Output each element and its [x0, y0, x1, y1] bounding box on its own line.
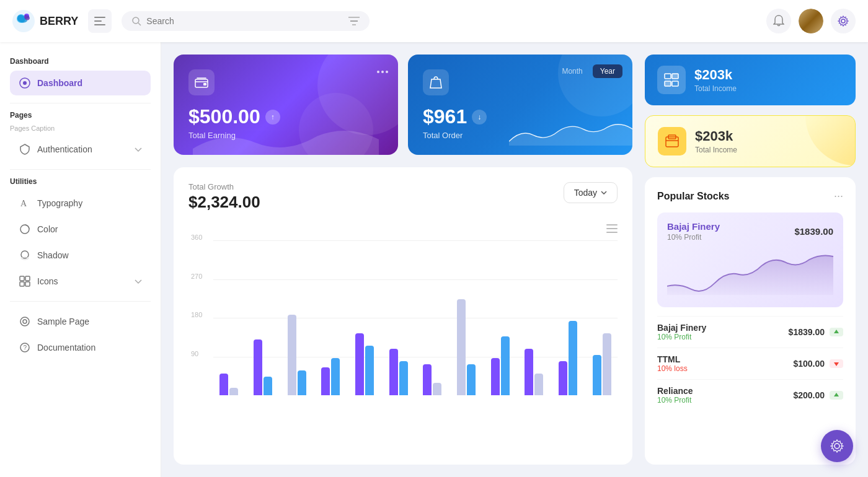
- svg-point-28: [377, 71, 379, 73]
- sidebar-divider-1: [10, 103, 151, 103]
- sidebar-item-dashboard[interactable]: Dashboard: [10, 71, 151, 95]
- icons-nav-icon: [19, 275, 31, 287]
- chevron-down-icon: [135, 144, 142, 154]
- bar-chart: 360 270 180 90: [188, 240, 618, 414]
- stocks-more-icon[interactable]: ···: [834, 190, 843, 203]
- bar-purple-4: [321, 367, 330, 395]
- menu-button[interactable]: [88, 9, 112, 33]
- income-yellow-amount: $203k: [695, 128, 737, 144]
- chart-title: Total Growth: [188, 182, 260, 191]
- sidebar: Dashboard Dashboard Pages Pages Caption …: [0, 42, 161, 477]
- hamburger-icon: [94, 17, 105, 25]
- today-filter-button[interactable]: Today: [564, 182, 618, 203]
- ttml-profit: 10% loss: [657, 364, 688, 373]
- sidebar-item-sample-page[interactable]: Sample Page: [10, 309, 151, 334]
- search-bar: [122, 11, 370, 31]
- svg-rect-34: [665, 74, 671, 79]
- table-grid-icon: [664, 73, 679, 87]
- main-center: $500.00 ↑ Total Earning: [174, 55, 632, 465]
- sidebar-item-authentication[interactable]: Authentication: [10, 137, 151, 162]
- bar-group-6: [389, 349, 408, 395]
- income-blue-label: Total Income: [694, 84, 737, 93]
- bar-blue-6: [399, 361, 408, 395]
- svg-rect-36: [665, 81, 671, 86]
- header-right: [766, 9, 856, 33]
- filter-icon: [348, 17, 360, 25]
- stock-row-bajaj: Bajaj Finery 10% Profit $1839.00: [657, 316, 843, 348]
- svg-rect-35: [672, 74, 678, 79]
- svg-text:A: A: [20, 199, 27, 208]
- svg-rect-33: [606, 232, 618, 233]
- sidebar-item-icons-label: Icons: [37, 276, 58, 286]
- svg-point-6: [133, 17, 139, 24]
- grid-label-180: 180: [191, 311, 202, 318]
- avatar[interactable]: [799, 9, 823, 33]
- bar-purple-5: [355, 333, 364, 395]
- reliance-info: Reliance 10% Profit: [657, 386, 693, 405]
- sidebar-item-icons[interactable]: Icons: [10, 269, 151, 294]
- bar-purple-6: [389, 349, 398, 395]
- svg-text:?: ?: [24, 344, 27, 351]
- chart-amount: $2,324.00: [188, 193, 260, 212]
- dropdown-arrow-icon: [601, 191, 607, 195]
- featured-stock-info: Bajaj Finery 10% Profit: [667, 221, 720, 242]
- sidebar-item-color[interactable]: Color: [10, 217, 151, 242]
- settings-button[interactable]: [831, 9, 856, 33]
- month-toggle[interactable]: Month: [554, 64, 590, 78]
- bar-purple-7: [423, 364, 432, 395]
- earning-trend-icon: ↑: [265, 110, 280, 125]
- chart-header: Total Growth $2,324.00 Today: [188, 182, 618, 212]
- search-input[interactable]: [146, 16, 343, 26]
- featured-stock-chart: [667, 247, 833, 299]
- bar-blue-11: [569, 321, 577, 395]
- bar-group-2: [254, 339, 272, 395]
- sidebar-item-typography[interactable]: A Typography: [10, 191, 151, 216]
- bar-purple-9: [491, 358, 500, 395]
- featured-stock-price: $1839.00: [794, 226, 833, 237]
- fab-settings-button[interactable]: [821, 430, 853, 462]
- bar-blue-2: [264, 377, 272, 395]
- authentication-icon: [19, 143, 31, 155]
- app-body: Dashboard Dashboard Pages Pages Caption …: [0, 42, 868, 477]
- icons-chevron-icon: [135, 276, 142, 286]
- income-yellow-info: $203k Total Income: [695, 128, 737, 154]
- bar-light-8: [457, 299, 466, 395]
- svg-rect-18: [20, 276, 24, 281]
- gear-icon: [838, 15, 849, 27]
- income-yellow-card: $203k Total Income: [645, 115, 856, 167]
- svg-point-13: [23, 81, 27, 85]
- svg-point-29: [381, 71, 384, 73]
- chart-menu-icon[interactable]: [606, 224, 618, 233]
- svg-point-22: [20, 317, 29, 326]
- sample-page-icon: [19, 315, 31, 328]
- featured-stock-profit: 10% Profit: [667, 233, 720, 242]
- sidebar-section-utilities: Utilities: [10, 177, 151, 186]
- sidebar-item-documentation[interactable]: ? Documentation: [10, 335, 151, 360]
- featured-stock-header: Bajaj Finery 10% Profit $1839.00: [667, 221, 833, 242]
- bar-blue-5: [365, 346, 374, 395]
- sidebar-item-dashboard-label: Dashboard: [37, 78, 82, 88]
- svg-point-23: [23, 320, 27, 323]
- stock-row-reliance: Reliance 10% Profit $200.00: [657, 379, 843, 411]
- chart-card: Total Growth $2,324.00 Today: [174, 167, 632, 465]
- bar-blue-8: [467, 364, 476, 395]
- sidebar-item-sample-page-label: Sample Page: [37, 317, 89, 326]
- bajaj-name: Bajaj Finery: [657, 323, 706, 333]
- ttml-info: TTML 10% loss: [657, 354, 688, 373]
- grid-label-360: 360: [191, 234, 202, 241]
- stocks-title: Popular Stocks: [657, 191, 729, 202]
- earning-card-more[interactable]: [377, 64, 388, 76]
- bar-group-11: [559, 321, 577, 395]
- notification-button[interactable]: [766, 9, 791, 33]
- sidebar-item-shadow[interactable]: Shadow: [10, 243, 151, 268]
- year-toggle[interactable]: Year: [593, 64, 622, 78]
- wallet-icon: [195, 77, 208, 88]
- shadow-icon: [19, 249, 31, 261]
- order-wave-chart: [509, 112, 632, 155]
- bar-blue-4: [331, 358, 340, 395]
- svg-rect-20: [20, 282, 24, 286]
- ttml-right: $100.00: [793, 359, 843, 369]
- bar-group-12: [593, 333, 611, 395]
- sidebar-item-color-label: Color: [37, 224, 58, 234]
- documentation-icon: ?: [19, 341, 31, 354]
